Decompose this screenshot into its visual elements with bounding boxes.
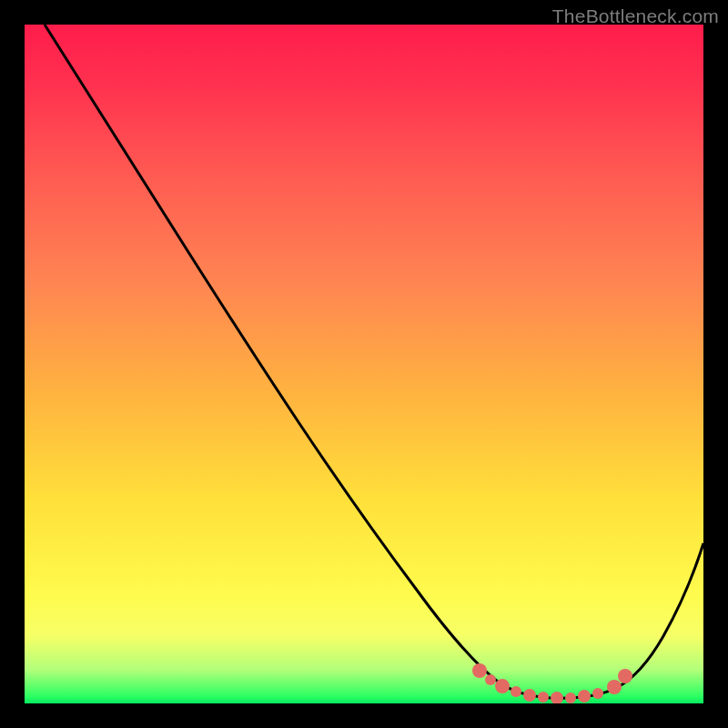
svg-point-5 [538,692,549,703]
svg-point-0 [472,663,487,678]
watermark-text: TheBottleneck.com [552,5,719,27]
svg-point-9 [592,688,603,699]
valley-markers [472,663,632,703]
svg-point-2 [495,679,510,693]
svg-point-10 [607,680,622,694]
svg-point-11 [618,669,632,683]
bottleneck-curve [25,25,703,703]
svg-point-8 [578,690,591,703]
plot-area [25,25,703,703]
svg-point-4 [523,689,536,702]
svg-point-6 [551,692,563,703]
svg-point-3 [511,686,521,697]
chart-stage: TheBottleneck.com [0,0,728,728]
curve-path [45,25,703,698]
svg-point-7 [565,693,576,703]
svg-point-1 [485,674,496,685]
